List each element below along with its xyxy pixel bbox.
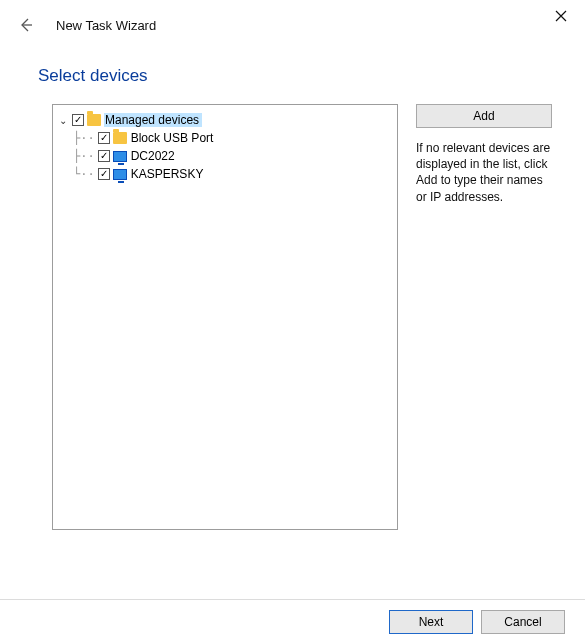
titlebar: New Task Wizard — [0, 0, 585, 32]
tree-item-label[interactable]: KASPERSKY — [130, 167, 207, 181]
next-button[interactable]: Next — [389, 610, 473, 634]
checkbox[interactable] — [98, 150, 110, 162]
add-button[interactable]: Add — [416, 104, 552, 128]
checkbox[interactable] — [98, 168, 110, 180]
chevron-down-icon[interactable]: ⌄ — [57, 115, 69, 126]
folder-icon — [113, 132, 127, 144]
sidebar-hint: If no relevant devices are displayed in … — [416, 140, 556, 205]
footer-separator — [0, 599, 585, 600]
tree-root-label[interactable]: Managed devices — [104, 113, 202, 127]
checkbox[interactable] — [98, 132, 110, 144]
next-button-label: Next — [419, 615, 444, 629]
folder-icon — [87, 114, 101, 126]
checkbox[interactable] — [72, 114, 84, 126]
wizard-title: New Task Wizard — [56, 18, 156, 33]
tree-item[interactable]: ├··DC2022 — [57, 147, 393, 165]
monitor-icon — [113, 169, 127, 180]
device-tree[interactable]: ⌄ Managed devices ├··Block USB Port├··DC… — [52, 104, 398, 530]
monitor-icon — [113, 151, 127, 162]
cancel-button[interactable]: Cancel — [481, 610, 565, 634]
close-button[interactable] — [543, 4, 579, 28]
tree-branch-icon: ├·· — [73, 150, 95, 162]
back-button[interactable] — [14, 13, 38, 37]
tree-branch-icon: └·· — [73, 168, 95, 180]
page-heading: Select devices — [38, 66, 585, 86]
tree-root[interactable]: ⌄ Managed devices — [57, 111, 393, 129]
tree-item[interactable]: ├··Block USB Port — [57, 129, 393, 147]
add-button-label: Add — [473, 109, 494, 123]
tree-item-label[interactable]: Block USB Port — [130, 131, 217, 145]
tree-item-label[interactable]: DC2022 — [130, 149, 178, 163]
tree-item[interactable]: └··KASPERSKY — [57, 165, 393, 183]
tree-branch-icon: ├·· — [73, 132, 95, 144]
footer: Next Cancel — [389, 610, 565, 634]
cancel-button-label: Cancel — [504, 615, 541, 629]
